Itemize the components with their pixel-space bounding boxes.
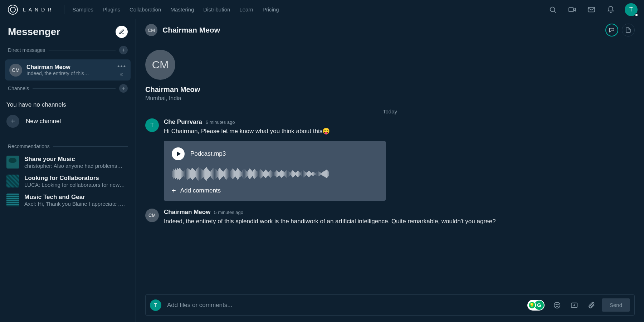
message: CM Chairman Meow 5 minutes ago Indeed, t… (145, 209, 635, 226)
contact-profile: CM Chairman Meow Mumbai, India (145, 50, 635, 102)
recommendation-subtitle: LUCA: Looking for collaborators for new… (24, 182, 125, 188)
message-author: Chairman Meow (164, 209, 210, 216)
day-separator: Today (145, 111, 635, 111)
no-channels-text: You have no channels (0, 96, 136, 111)
lightbulb-icon: 💡 (528, 301, 536, 309)
nav-collaboration[interactable]: Collaboration (130, 6, 161, 13)
add-comments-button[interactable]: + Add comments (172, 187, 378, 195)
recommendation-subtitle: Axel: Hi, Thank you Blaine I appreciate … (24, 201, 125, 207)
chat-view-button[interactable] (605, 24, 618, 36)
add-dm-button[interactable]: + (119, 46, 128, 54)
notifications-button[interactable] (605, 4, 616, 15)
recommendation-thumbnail (6, 194, 19, 206)
chat-icon (609, 27, 615, 33)
recommendation-subtitle: christopher: Also anyone had problems… (24, 163, 122, 169)
contact-avatar: CM (145, 50, 175, 80)
recommendation-title: Music Tech and Gear (24, 194, 125, 201)
svg-rect-2 (569, 8, 574, 11)
new-channel-button[interactable]: + New channel (0, 111, 136, 135)
recommendation-thumbnail (6, 175, 19, 187)
send-button[interactable]: Send (602, 298, 630, 312)
grammarly-widget[interactable]: 💡 G (527, 300, 545, 311)
svg-point-6 (556, 304, 556, 305)
recommendation-item[interactable]: Share your Music christopher: Also anyon… (0, 153, 136, 172)
conversation-panel: CM Chairman Meow CM Chairman Meow Mumbai… (136, 19, 644, 322)
message-text: Hi Chairman, Please let me know what you… (164, 127, 635, 136)
hidden-icon: ⊘ (120, 72, 124, 77)
contact-location: Mumbai, India (145, 95, 635, 102)
dm-name: Chairman Meow (26, 64, 113, 70)
svg-line-1 (554, 11, 556, 13)
dm-avatar: CM (9, 64, 22, 77)
audio-filename: Podcast.mp3 (190, 150, 226, 157)
sidebar-title: Messenger (8, 26, 60, 38)
recommendation-title: Share your Music (24, 156, 122, 163)
plus-icon: + (172, 187, 176, 195)
dm-section-header: Direct messages + (0, 44, 136, 58)
sidebar: Messenger Direct messages + CM Chairman … (0, 19, 136, 322)
emoji-button[interactable] (552, 300, 562, 311)
contact-name: Chairman Meow (145, 86, 635, 94)
recommendations-label: Recommendations (8, 143, 50, 149)
attach-button[interactable] (586, 300, 597, 311)
file-icon (625, 27, 631, 33)
svg-point-0 (550, 7, 555, 11)
brand-logo[interactable]: LANDR (8, 5, 62, 15)
channels-section-header: Channels + (0, 82, 136, 96)
conversation-avatar: CM (145, 24, 157, 36)
paperclip-icon (587, 301, 595, 309)
new-channel-label: New channel (26, 118, 61, 125)
brand-name: LANDR (23, 7, 54, 13)
smile-icon (553, 301, 561, 309)
composer-input[interactable] (166, 301, 522, 309)
topbar: LANDR Samples Plugins Collaboration Mast… (0, 0, 644, 19)
message-scroll[interactable]: CM Chairman Meow Mumbai, India Today T C… (136, 41, 644, 294)
nav-distribution[interactable]: Distribution (203, 6, 230, 13)
message: T Che Purrvara 6 minutes ago Hi Chairman… (145, 118, 635, 201)
channels-section-label: Channels (8, 86, 29, 91)
video-button[interactable] (567, 4, 577, 15)
composer: T 💡 G Send (145, 294, 635, 316)
nav-plugins[interactable]: Plugins (103, 6, 120, 13)
add-comments-label: Add comments (180, 187, 221, 194)
nav-learn[interactable]: Learn (239, 6, 253, 13)
add-channel-button[interactable]: + (119, 84, 128, 93)
nav-pricing[interactable]: Pricing (263, 6, 279, 13)
user-avatar[interactable]: T (625, 3, 638, 16)
add-media-button[interactable] (569, 300, 580, 311)
compose-icon (119, 29, 125, 35)
audio-waveform[interactable] (172, 166, 378, 182)
user-avatar-initial: T (629, 6, 633, 13)
search-button[interactable] (547, 4, 558, 15)
compose-button[interactable] (116, 26, 128, 38)
message-author: Che Purrvara (164, 118, 202, 126)
play-icon (177, 151, 181, 156)
divider (64, 5, 64, 14)
nav-samples[interactable]: Samples (72, 6, 93, 13)
dm-section-label: Direct messages (8, 47, 45, 53)
plus-icon: + (6, 115, 19, 128)
svg-point-7 (558, 304, 558, 305)
files-view-button[interactable] (622, 24, 635, 36)
dm-item-chairman-meow[interactable]: CM Chairman Meow Indeed, the entirety of… (5, 59, 131, 80)
bell-icon (607, 6, 615, 14)
recommendation-item[interactable]: Looking for Collaborators LUCA: Looking … (0, 172, 136, 191)
emoji-tongue: 😛 (322, 128, 330, 135)
nav-mastering[interactable]: Mastering (170, 6, 194, 13)
day-separator-label: Today (377, 108, 403, 114)
presence-dot (635, 13, 638, 17)
dm-item-actions[interactable]: ••• ⊘ (117, 63, 126, 77)
primary-nav: Samples Plugins Collaboration Mastering … (72, 6, 279, 13)
mail-button[interactable] (586, 4, 597, 15)
svg-point-5 (554, 302, 560, 308)
recommendation-title: Looking for Collaborators (24, 175, 125, 182)
brand-logo-icon (8, 5, 18, 15)
composer-avatar: T (150, 299, 161, 311)
play-button[interactable] (172, 147, 185, 160)
mail-icon (587, 6, 595, 14)
topbar-actions: T (547, 3, 638, 16)
search-icon (549, 6, 557, 14)
dm-snippet: Indeed, the entirety of this… (26, 70, 113, 76)
video-icon (568, 6, 576, 14)
recommendation-item[interactable]: Music Tech and Gear Axel: Hi, Thank you … (0, 191, 136, 210)
